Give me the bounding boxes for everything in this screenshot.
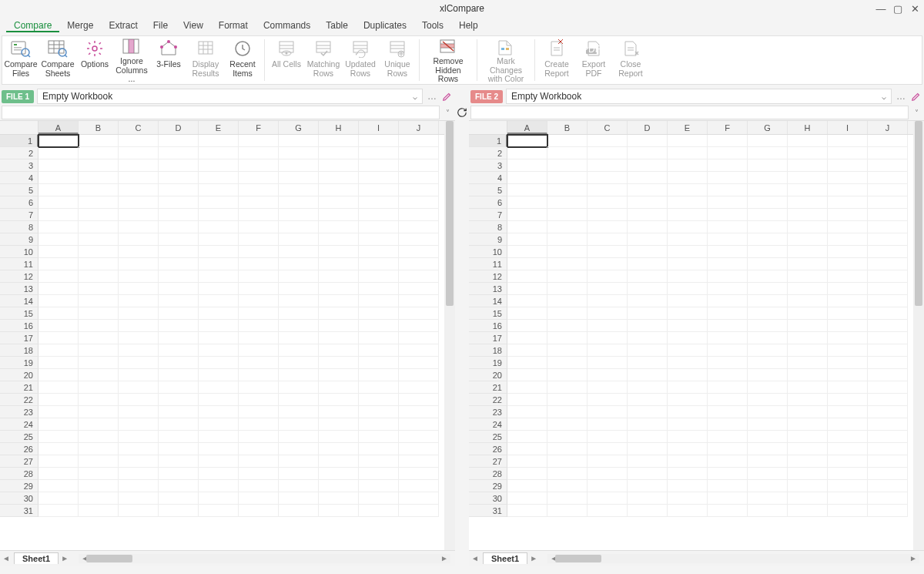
- cell[interactable]: [628, 246, 668, 258]
- cell[interactable]: [79, 320, 119, 332]
- cell[interactable]: [159, 455, 199, 468]
- cell[interactable]: [788, 135, 828, 147]
- menu-table[interactable]: Table: [318, 18, 356, 32]
- cell[interactable]: [359, 246, 399, 258]
- cell[interactable]: [547, 258, 588, 270]
- cell[interactable]: [359, 381, 399, 394]
- col-header-F[interactable]: F: [239, 121, 279, 134]
- cell[interactable]: [79, 381, 119, 394]
- cell[interactable]: [588, 159, 628, 172]
- cell[interactable]: [828, 307, 868, 320]
- col-header-G[interactable]: G: [279, 121, 319, 134]
- cell[interactable]: [828, 209, 868, 221]
- cell[interactable]: [547, 147, 588, 159]
- cell[interactable]: [38, 295, 79, 307]
- col-header-I[interactable]: I: [828, 121, 868, 134]
- cell[interactable]: [828, 320, 868, 332]
- cell[interactable]: [359, 307, 399, 320]
- cell[interactable]: [359, 209, 399, 221]
- cell[interactable]: [547, 418, 588, 431]
- cell[interactable]: [748, 381, 788, 394]
- cell[interactable]: [507, 443, 547, 455]
- cell[interactable]: [668, 221, 708, 233]
- cell[interactable]: [668, 357, 708, 369]
- row-header[interactable]: 11: [469, 258, 507, 270]
- cell[interactable]: [239, 455, 279, 468]
- cell[interactable]: [708, 332, 748, 344]
- cell[interactable]: [708, 369, 748, 381]
- cell[interactable]: [788, 480, 828, 492]
- cell[interactable]: [828, 159, 868, 172]
- edit-icon[interactable]: [441, 90, 454, 102]
- cell[interactable]: [159, 369, 199, 381]
- cell[interactable]: [708, 406, 748, 418]
- cell[interactable]: [199, 344, 239, 357]
- cell[interactable]: [359, 172, 399, 184]
- maximize-button[interactable]: ▢: [892, 2, 904, 15]
- cell[interactable]: [628, 468, 668, 480]
- tab-prev[interactable]: ◄: [469, 554, 481, 562]
- cell[interactable]: [788, 332, 828, 344]
- cell[interactable]: [239, 246, 279, 258]
- row-header[interactable]: 4: [0, 172, 38, 184]
- cell[interactable]: [159, 172, 199, 184]
- cell[interactable]: [399, 246, 439, 258]
- cell[interactable]: [588, 295, 628, 307]
- sheet-tab[interactable]: Sheet1: [483, 552, 527, 564]
- menu-format[interactable]: Format: [211, 18, 256, 32]
- cell[interactable]: [199, 406, 239, 418]
- cell[interactable]: [588, 320, 628, 332]
- cell[interactable]: [507, 135, 547, 147]
- cell[interactable]: [79, 172, 119, 184]
- cell[interactable]: [708, 505, 748, 517]
- cell[interactable]: [588, 135, 628, 147]
- col-header-D[interactable]: D: [159, 121, 199, 134]
- cell[interactable]: [359, 221, 399, 233]
- cell[interactable]: [199, 357, 239, 369]
- ribbon-compare-files[interactable]: Compare Files: [2, 36, 39, 84]
- cell[interactable]: [507, 394, 547, 406]
- workbook-selector[interactable]: Empty Workbook⌵: [506, 89, 892, 104]
- cell[interactable]: [279, 246, 319, 258]
- cell[interactable]: [708, 431, 748, 443]
- row-header[interactable]: 17: [469, 332, 507, 344]
- row-header[interactable]: 1: [469, 135, 507, 147]
- cell[interactable]: [788, 394, 828, 406]
- cell[interactable]: [119, 418, 159, 431]
- cell[interactable]: [199, 455, 239, 468]
- cell[interactable]: [199, 480, 239, 492]
- cell[interactable]: [868, 270, 908, 283]
- cell[interactable]: [507, 221, 547, 233]
- cell[interactable]: [547, 369, 588, 381]
- cell[interactable]: [319, 184, 359, 196]
- col-header-H[interactable]: H: [319, 121, 359, 134]
- cell[interactable]: [119, 480, 159, 492]
- cell[interactable]: [199, 147, 239, 159]
- cell[interactable]: [199, 394, 239, 406]
- cell[interactable]: [668, 147, 708, 159]
- cell[interactable]: [359, 159, 399, 172]
- expand-formula-icon[interactable]: ˅: [441, 106, 454, 119]
- cell[interactable]: [159, 394, 199, 406]
- cell[interactable]: [868, 344, 908, 357]
- row-header[interactable]: 8: [0, 221, 38, 233]
- cell[interactable]: [79, 418, 119, 431]
- row-header[interactable]: 10: [469, 246, 507, 258]
- cell[interactable]: [399, 196, 439, 209]
- cell[interactable]: [199, 307, 239, 320]
- cell[interactable]: [279, 233, 319, 246]
- cell[interactable]: [748, 492, 788, 505]
- cell[interactable]: [628, 418, 668, 431]
- cell[interactable]: [507, 455, 547, 468]
- cell[interactable]: [868, 455, 908, 468]
- cell[interactable]: [279, 270, 319, 283]
- cell[interactable]: [279, 172, 319, 184]
- cell[interactable]: [628, 135, 668, 147]
- cell[interactable]: [319, 135, 359, 147]
- cell[interactable]: [159, 135, 199, 147]
- cell[interactable]: [748, 135, 788, 147]
- cell[interactable]: [199, 505, 239, 517]
- cell[interactable]: [748, 147, 788, 159]
- cell[interactable]: [359, 270, 399, 283]
- cell[interactable]: [399, 357, 439, 369]
